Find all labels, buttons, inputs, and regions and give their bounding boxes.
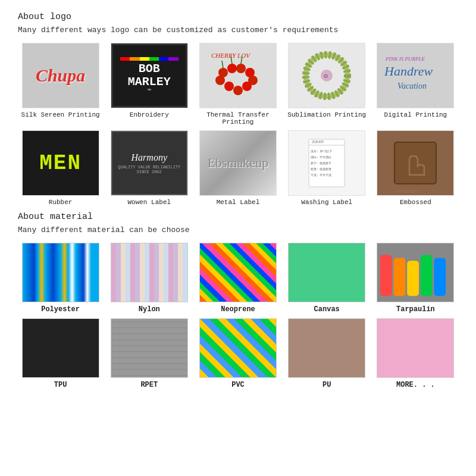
- svg-rect-28: [394, 142, 436, 184]
- harmony-text: Harmony: [131, 152, 167, 163]
- svg-text:EMBOSSED: EMBOSSED: [397, 189, 418, 193]
- pu-design: [289, 319, 365, 377]
- svg-text:洗涤说明: 洗涤说明: [312, 140, 324, 144]
- logo-item-rubber: MEN Rubber: [18, 130, 103, 206]
- washing-label-text: Washing Label: [301, 199, 352, 206]
- svg-text:烘干: 低温烘干: 烘干: 低温烘干: [311, 161, 331, 165]
- chupa-design: Chupa: [23, 43, 99, 108]
- material-item-polyester: Polyester: [18, 243, 103, 314]
- svg-text:Vacation: Vacation: [397, 82, 427, 90]
- svg-point-6: [242, 82, 252, 91]
- pu-label: PU: [322, 381, 331, 389]
- logo-item-sublimation: ✿ Sublimation Printing: [284, 43, 369, 126]
- pvc-design: [200, 319, 276, 377]
- embossed-design: EMBOSSED: [377, 131, 453, 195]
- polyester-label: Polyester: [41, 305, 80, 314]
- bob-sub: ™: [148, 89, 151, 95]
- svg-point-2: [227, 64, 237, 73]
- logo-img-digital: PINK IS PURPLE Handrew Vacation: [377, 43, 454, 108]
- material-grid-row1: Polyester Nylon Neoprene Canvas: [18, 243, 458, 314]
- rpet-label: RPET: [140, 381, 158, 389]
- svg-line-10: [222, 61, 223, 68]
- logo-item-metal: Ebsmakeup Metal Label: [195, 130, 280, 206]
- sublim-svg: ✿: [294, 46, 359, 105]
- thermal-label: Thermal Transfer Printing: [195, 111, 280, 126]
- poly-design: [23, 243, 99, 302]
- cherry-design: CHERRY LOV: [200, 43, 276, 108]
- logo-item-thermal: CHERRY LOV: [195, 43, 280, 126]
- logo-img-thermal: CHERRY LOV: [199, 43, 277, 108]
- svg-text:洗水: 30°C以下: 洗水: 30°C以下: [311, 149, 332, 153]
- harmony-sub: QUALITY VALUE RELIABILITYSINCE 2002: [118, 165, 180, 174]
- logo-img-embroidery: BOBMARLEY ™: [111, 43, 188, 108]
- logo-item-embossed: EMBOSSED Embossed: [373, 130, 458, 206]
- digital-design: PINK IS PURPLE Handrew Vacation: [377, 43, 453, 108]
- material-section: About material Many different material c…: [18, 212, 458, 389]
- material-item-more[interactable]: MORE. . .: [373, 318, 458, 389]
- material-img-polyester: [22, 243, 99, 302]
- rpet-design: [111, 319, 187, 377]
- logo-img-rubber: MEN: [22, 130, 99, 196]
- logo-img-embossed: EMBOSSED: [377, 130, 454, 196]
- metal-text: Ebsmakeup: [208, 155, 269, 171]
- logo-item-washing: 洗涤说明 洗水: 30°C以下 漂白: 不可漂白 烘干: 低温烘干 熨烫: 低温…: [284, 130, 369, 206]
- logo-img-silk-screen: Chupa: [22, 43, 99, 108]
- svg-point-8: [224, 82, 234, 91]
- logo-section-title: About logo: [18, 12, 458, 22]
- metal-design: Ebsmakeup: [200, 131, 276, 195]
- material-img-canvas: [288, 243, 365, 302]
- material-img-nylon: [111, 243, 188, 302]
- canvas-design: [289, 243, 365, 302]
- material-item-tarpaulin: Tarpaulin: [373, 243, 458, 314]
- svg-rect-31: [394, 258, 406, 296]
- embroidery-label: Enbroidery: [130, 111, 169, 118]
- bob-design: BOBMARLEY ™: [111, 43, 187, 108]
- more-design: [377, 319, 453, 377]
- material-img-tarpaulin: [377, 243, 454, 302]
- washing-svg: 洗涤说明 洗水: 30°C以下 漂白: 不可漂白 烘干: 低温烘干 熨烫: 低温…: [294, 133, 359, 193]
- svg-point-9: [215, 76, 225, 85]
- logo-section-desc: Many different ways logo can be customiz…: [18, 26, 458, 35]
- svg-text:漂白: 不可漂白: 漂白: 不可漂白: [311, 155, 331, 159]
- neoprene-design: [200, 243, 276, 302]
- tarpaulin-design: [377, 243, 453, 302]
- material-img-rpet: [111, 318, 188, 378]
- svg-text:Handrew: Handrew: [384, 64, 433, 79]
- tpu-label: TPU: [54, 381, 67, 389]
- material-item-nylon: Nylon: [107, 243, 192, 314]
- svg-text:干洗: 不可干洗: 干洗: 不可干洗: [311, 173, 331, 177]
- more-label: MORE. . .: [396, 381, 435, 389]
- digital-label: Digital Printing: [384, 111, 447, 118]
- material-item-canvas: Canvas: [284, 243, 369, 314]
- svg-rect-34: [434, 258, 446, 296]
- logo-item-digital: PINK IS PURPLE Handrew Vacation Digital …: [373, 43, 458, 126]
- cherry-svg: CHERRY LOV: [205, 46, 271, 105]
- svg-rect-32: [408, 261, 419, 296]
- digital-svg: PINK IS PURPLE Handrew Vacation: [380, 46, 451, 105]
- pvc-label: PVC: [231, 381, 245, 389]
- sublimation-label: Sublimation Printing: [287, 111, 366, 118]
- embossed-svg: EMBOSSED: [383, 133, 448, 193]
- sublim-design: ✿: [289, 43, 365, 108]
- material-img-pu: [288, 318, 365, 378]
- svg-text:✿: ✿: [324, 72, 328, 80]
- material-grid-row2: TPU RPET: [18, 318, 458, 389]
- woven-label: Wowen Label: [127, 199, 171, 206]
- logo-img-woven: Harmony QUALITY VALUE RELIABILITYSINCE 2…: [111, 130, 188, 196]
- nylon-design: [111, 243, 187, 302]
- tarpaulin-svg: [377, 243, 453, 302]
- bob-rainbow: [120, 57, 178, 61]
- material-section-desc: Many different material can be choose: [18, 226, 458, 234]
- embossed-label: Embossed: [400, 199, 431, 206]
- logo-section: About logo Many different ways logo can …: [18, 12, 458, 206]
- svg-rect-30: [380, 255, 392, 296]
- material-item-tpu: TPU: [18, 318, 103, 389]
- material-img-pvc: [199, 318, 277, 378]
- tpu-design: [23, 319, 99, 377]
- chupa-text: Chupa: [36, 65, 85, 86]
- silk-screen-label: Silk Sereen Printing: [21, 111, 100, 118]
- metal-label: Metal Label: [217, 199, 260, 206]
- rubber-label: Rubber: [49, 199, 73, 206]
- svg-rect-36: [111, 319, 188, 378]
- material-item-rpet: RPET: [107, 318, 192, 389]
